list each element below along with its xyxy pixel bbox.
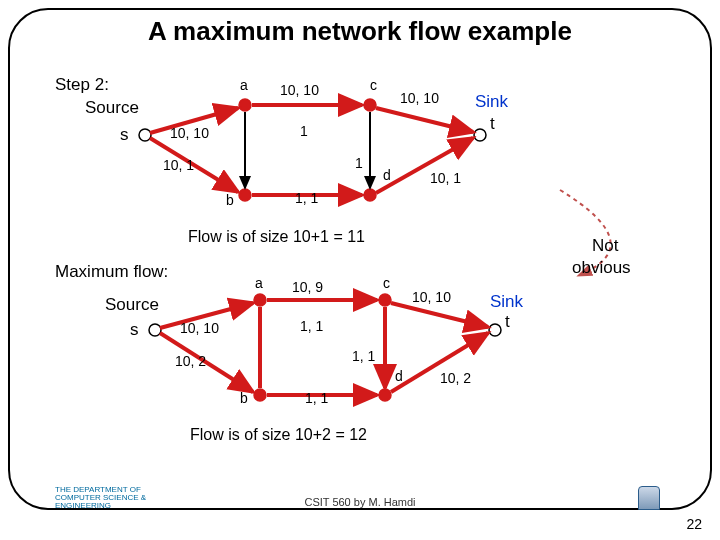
source-label-1: Source bbox=[85, 98, 139, 118]
maxflow-label: Maximum flow: bbox=[55, 262, 168, 282]
sink-label-1: Sink bbox=[475, 92, 508, 112]
slide-container: A maximum network flow example Step 2: S… bbox=[0, 0, 720, 540]
edge-bd-2: 1, 1 bbox=[305, 390, 328, 406]
univ-logo-icon bbox=[638, 486, 660, 510]
node-c-1: c bbox=[370, 77, 377, 93]
edge-sa-1: 10, 10 bbox=[170, 125, 209, 141]
node-s-label-2: s bbox=[130, 320, 139, 340]
edge-ac-2: 10, 9 bbox=[292, 279, 323, 295]
edge-sb-1: 10, 1 bbox=[163, 157, 194, 173]
edge-cd-1: 1 bbox=[355, 155, 363, 171]
flow-size-1: Flow is of size 10+1 = 11 bbox=[188, 228, 365, 246]
edge-ct-1: 10, 10 bbox=[400, 90, 439, 106]
edge-ct-2: 10, 10 bbox=[412, 289, 451, 305]
edge-dt-1: 10, 1 bbox=[430, 170, 461, 186]
node-a-1: a bbox=[240, 77, 248, 93]
source-label-2: Source bbox=[105, 295, 159, 315]
node-a-2: a bbox=[255, 275, 263, 291]
edge-ab-1: 1 bbox=[300, 123, 308, 139]
node-t-1: t bbox=[490, 114, 495, 134]
sink-label-2: Sink bbox=[490, 292, 523, 312]
edge-bd-1: 1, 1 bbox=[295, 190, 318, 206]
slide-title: A maximum network flow example bbox=[0, 16, 720, 47]
page-number: 22 bbox=[686, 516, 702, 532]
edge-ab-2: 1, 1 bbox=[300, 318, 323, 334]
flow-size-2: Flow is of size 10+2 = 12 bbox=[190, 426, 367, 444]
edge-ac-1: 10, 10 bbox=[280, 82, 319, 98]
node-t-2: t bbox=[505, 312, 510, 332]
node-b-2: b bbox=[240, 390, 248, 406]
dept-logo: THE DEPARTMENT OFCOMPUTER SCIENCE &ENGIN… bbox=[55, 486, 146, 510]
not-label-line2: obvious bbox=[572, 258, 631, 278]
node-b-1: b bbox=[226, 192, 234, 208]
edge-sa-2: 10, 10 bbox=[180, 320, 219, 336]
node-c-2: c bbox=[383, 275, 390, 291]
edge-sb-2: 10, 2 bbox=[175, 353, 206, 369]
edge-cd-2: 1, 1 bbox=[352, 348, 375, 364]
not-label-line1: Not bbox=[592, 236, 618, 256]
node-d-1: d bbox=[383, 167, 391, 183]
edge-dt-2: 10, 2 bbox=[440, 370, 471, 386]
step-label: Step 2: bbox=[55, 75, 109, 95]
node-d-2: d bbox=[395, 368, 403, 384]
node-s-label-1: s bbox=[120, 125, 129, 145]
